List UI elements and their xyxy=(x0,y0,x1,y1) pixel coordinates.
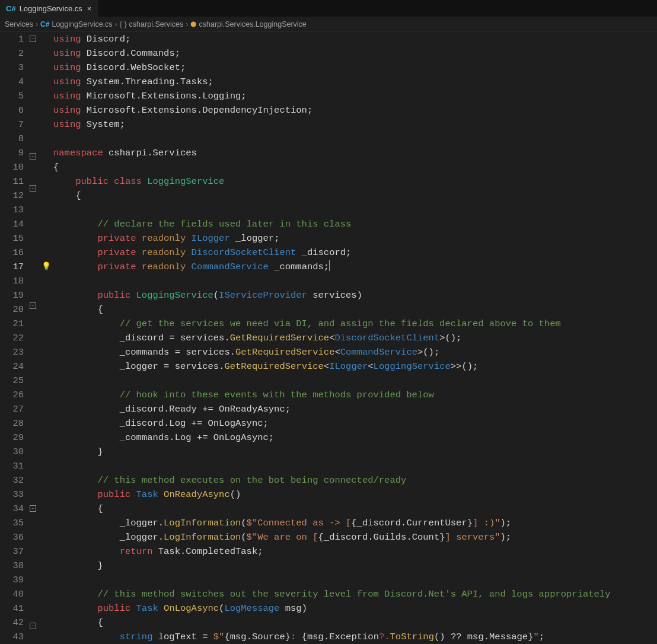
line-number[interactable]: 6 xyxy=(0,103,24,117)
fold-column[interactable] xyxy=(30,32,40,644)
line-number[interactable]: 5 xyxy=(0,89,24,103)
code-line[interactable]: { xyxy=(53,302,657,317)
close-icon[interactable]: × xyxy=(86,4,93,13)
line-number[interactable]: 38 xyxy=(0,559,24,573)
line-number[interactable]: 28 xyxy=(0,416,24,431)
line-number[interactable]: 30 xyxy=(0,445,24,459)
breadcrumb-segment[interactable]: csharpi.Services xyxy=(129,20,184,28)
breadcrumb-segment[interactable]: csharpi.Services.LoggingService xyxy=(199,20,306,28)
code-line[interactable]: namespace csharpi.Services xyxy=(53,146,657,160)
line-number[interactable]: 42 xyxy=(0,616,24,630)
code-line[interactable]: // declare the fields used later in this… xyxy=(53,217,657,231)
code-line[interactable]: return Task.CompletedTask; xyxy=(53,544,657,559)
line-number[interactable]: 29 xyxy=(0,431,24,445)
line-number[interactable]: 36 xyxy=(0,530,24,544)
code-editor[interactable]: 1234567891011121314151617181920212223242… xyxy=(0,32,657,644)
code-line[interactable]: { xyxy=(53,160,657,174)
line-number[interactable]: 17 xyxy=(0,260,24,274)
code-line[interactable]: _commands.Log += OnLogAsync; xyxy=(53,431,657,445)
code-line[interactable]: _logger = services.GetRequiredService<IL… xyxy=(53,359,657,374)
code-line[interactable]: using Discord.WebSocket; xyxy=(53,60,657,75)
code-line[interactable]: { xyxy=(53,502,657,516)
line-number[interactable]: 43 xyxy=(0,630,24,644)
code-line[interactable]: // get the services we need via DI, and … xyxy=(53,317,657,331)
line-number[interactable]: 24 xyxy=(0,359,24,374)
code-line[interactable] xyxy=(53,132,657,146)
lightbulb-icon[interactable]: 💡 xyxy=(42,260,51,274)
code-line[interactable] xyxy=(53,459,657,473)
code-line[interactable]: _discord.Log += OnLogAsync; xyxy=(53,416,657,431)
line-number[interactable]: 27 xyxy=(0,402,24,416)
code-line[interactable]: { xyxy=(53,616,657,630)
fold-toggle-icon[interactable] xyxy=(30,185,36,192)
line-number[interactable]: 13 xyxy=(0,203,24,217)
code-line[interactable]: _logger.LogInformation($"Connected as ->… xyxy=(53,516,657,530)
line-number[interactable]: 41 xyxy=(0,601,24,616)
code-area[interactable]: using Discord;using Discord.Commands;usi… xyxy=(53,32,657,644)
line-number[interactable]: 3 xyxy=(0,60,24,75)
code-line[interactable] xyxy=(53,203,657,217)
line-number[interactable]: 2 xyxy=(0,46,24,60)
line-number[interactable]: 34 xyxy=(0,502,24,516)
line-number[interactable]: 31 xyxy=(0,459,24,473)
code-line[interactable]: public Task OnReadyAsync() xyxy=(53,487,657,502)
code-line[interactable]: } xyxy=(53,559,657,573)
code-line[interactable]: using System.Threading.Tasks; xyxy=(53,75,657,89)
code-line[interactable]: // this method switches out the severity… xyxy=(53,587,657,601)
code-line[interactable]: using Microsoft.Extensions.Logging; xyxy=(53,89,657,103)
code-line[interactable] xyxy=(53,573,657,587)
fold-toggle-icon[interactable] xyxy=(30,153,36,160)
line-number[interactable]: 10 xyxy=(0,160,24,174)
fold-toggle-icon[interactable] xyxy=(30,36,36,42)
line-number[interactable]: 1 xyxy=(0,32,24,46)
line-number[interactable]: 26 xyxy=(0,388,24,402)
line-number[interactable]: 35 xyxy=(0,516,24,530)
code-line[interactable]: using System; xyxy=(53,117,657,132)
line-number[interactable]: 12 xyxy=(0,189,24,203)
code-line[interactable]: using Microsoft.Extensions.DependencyInj… xyxy=(53,103,657,117)
code-line[interactable]: private readonly CommandService _command… xyxy=(53,260,657,274)
line-number[interactable]: 7 xyxy=(0,117,24,132)
fold-toggle-icon[interactable] xyxy=(30,302,36,309)
line-number[interactable]: 23 xyxy=(0,345,24,359)
code-line[interactable]: // this method executes on the bot being… xyxy=(53,473,657,487)
line-number[interactable]: 25 xyxy=(0,374,24,388)
line-number[interactable]: 8 xyxy=(0,132,24,146)
line-number[interactable]: 4 xyxy=(0,75,24,89)
code-line[interactable]: } xyxy=(53,445,657,459)
code-line[interactable]: private readonly DiscordSocketClient _di… xyxy=(53,246,657,260)
breadcrumb-segment[interactable]: Services xyxy=(5,20,33,28)
line-number-gutter[interactable]: 1234567891011121314151617181920212223242… xyxy=(0,32,30,644)
code-line[interactable]: { xyxy=(53,189,657,203)
editor-tab-active[interactable]: C# LoggingService.cs × xyxy=(0,0,99,17)
line-number[interactable]: 37 xyxy=(0,544,24,559)
code-line[interactable]: using Discord.Commands; xyxy=(53,46,657,60)
line-number[interactable]: 22 xyxy=(0,331,24,345)
line-number[interactable]: 18 xyxy=(0,274,24,288)
code-line[interactable]: string logText = $"{msg.Source}: {msg.Ex… xyxy=(53,630,657,644)
line-number[interactable]: 16 xyxy=(0,246,24,260)
line-number[interactable]: 15 xyxy=(0,231,24,246)
line-number[interactable]: 9 xyxy=(0,146,24,160)
code-line[interactable]: private readonly ILogger _logger; xyxy=(53,231,657,246)
code-line[interactable] xyxy=(53,374,657,388)
line-number[interactable]: 32 xyxy=(0,473,24,487)
code-line[interactable]: _discord.Ready += OnReadyAsync; xyxy=(53,402,657,416)
code-line[interactable]: _discord = services.GetRequiredService<D… xyxy=(53,331,657,345)
line-number[interactable]: 39 xyxy=(0,573,24,587)
breadcrumb-segment[interactable]: LoggingService.cs xyxy=(52,20,112,28)
fold-toggle-icon[interactable] xyxy=(30,505,36,512)
fold-toggle-icon[interactable] xyxy=(30,623,36,629)
line-number[interactable]: 40 xyxy=(0,587,24,601)
code-line[interactable]: // hook into these events with the metho… xyxy=(53,388,657,402)
code-line[interactable]: public Task OnLogAsync(LogMessage msg) xyxy=(53,601,657,616)
code-line[interactable]: _commands = services.GetRequiredService<… xyxy=(53,345,657,359)
line-number[interactable]: 14 xyxy=(0,217,24,231)
code-line[interactable] xyxy=(53,274,657,288)
line-number[interactable]: 20 xyxy=(0,302,24,317)
line-number[interactable]: 21 xyxy=(0,317,24,331)
line-number[interactable]: 11 xyxy=(0,174,24,189)
line-number[interactable]: 33 xyxy=(0,487,24,502)
code-line[interactable]: using Discord; xyxy=(53,32,657,46)
line-number[interactable]: 19 xyxy=(0,288,24,302)
